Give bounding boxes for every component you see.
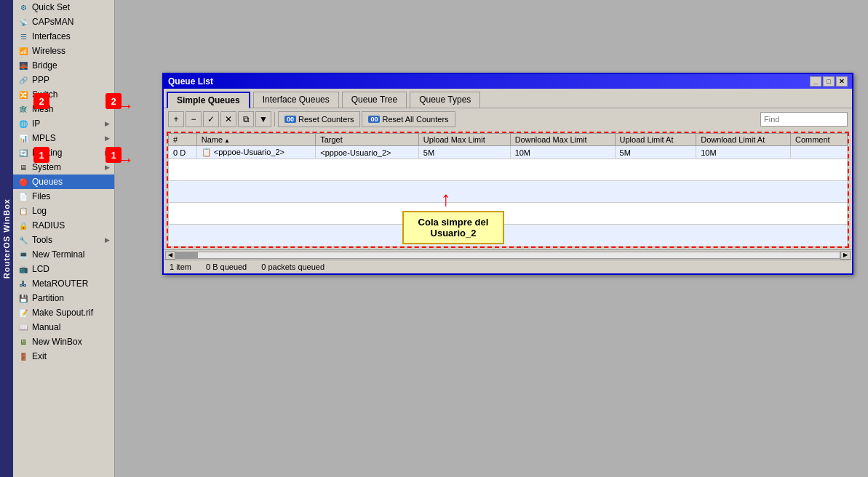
sidebar-item-ip[interactable]: 🌐 IP ▶ xyxy=(13,116,114,131)
tab-queue-tree[interactable]: Queue Tree xyxy=(342,92,407,108)
sidebar-item-ppp[interactable]: 🔗 PPP xyxy=(13,73,114,87)
sidebar-item-files[interactable]: 📄 Files xyxy=(13,189,114,204)
callout-text-line1: Cola simpre del xyxy=(411,217,495,228)
status-items: 1 item xyxy=(170,262,191,271)
scroll-thumb[interactable] xyxy=(176,252,198,258)
tab-simple-queues[interactable]: Simple Queues xyxy=(167,92,250,108)
col-target[interactable]: Target xyxy=(316,134,419,146)
arrow-2: → xyxy=(118,97,134,116)
sidebar-item-switch[interactable]: 🔀 Switch xyxy=(13,87,114,102)
scroll-track[interactable] xyxy=(175,252,840,259)
log-icon: 📋 xyxy=(17,205,29,217)
sidebar-item-new-terminal[interactable]: 💻 New Terminal xyxy=(13,247,114,262)
tab-queue-types[interactable]: Queue Types xyxy=(410,92,480,108)
table-row-empty xyxy=(169,159,848,181)
ppp-icon: 🔗 xyxy=(17,74,29,86)
cell-upload-limit: 5M xyxy=(615,146,696,159)
window-titlebar: Queue List _ □ ✕ xyxy=(164,74,852,89)
window-controls: _ □ ✕ xyxy=(810,76,848,87)
col-upload-max[interactable]: Upload Max Limit xyxy=(418,134,510,146)
remove-button[interactable]: − xyxy=(186,111,202,127)
sidebar-item-lcd[interactable]: 📺 LCD xyxy=(13,262,114,276)
tools-arrow: ▶ xyxy=(105,236,110,244)
annotation-badge-1: 1 xyxy=(33,147,49,163)
scroll-right-button[interactable]: ▶ xyxy=(840,251,851,260)
annotation-badge-2: 2 xyxy=(33,93,49,109)
reset-counters-badge: 00 xyxy=(284,116,296,123)
minimize-button[interactable]: _ xyxy=(810,76,821,87)
sidebar-item-interfaces[interactable]: ☰ Interfaces xyxy=(13,29,114,44)
reset-counters-button[interactable]: 00 Reset Counters xyxy=(278,111,360,127)
callout-box: Cola simpre del Usuario_2 xyxy=(402,211,504,244)
sort-arrow-name: ▲ xyxy=(224,137,230,144)
queue-icon: 📋 xyxy=(202,148,212,156)
sidebar-item-label: CAPsMAN xyxy=(32,17,110,27)
cell-upload-max: 5M xyxy=(418,146,510,159)
exit-icon: 🚪 xyxy=(17,350,29,362)
sidebar-item-manual[interactable]: 📖 Manual xyxy=(13,320,114,334)
callout-text-line2: Usuario_2 xyxy=(411,228,495,238)
sidebar-item-mpls[interactable]: 📊 MPLS ▶ xyxy=(13,131,114,145)
sidebar-item-label: RADIUS xyxy=(32,220,110,231)
table-row-empty xyxy=(169,225,848,246)
toolbar: + − ✓ ✕ ⧉ ▼ 00 Reset Counters 0 xyxy=(164,108,852,130)
callout-arrow-up: ↑ xyxy=(441,188,451,211)
sidebar-item-label: Make Supout.rif xyxy=(32,308,110,318)
disable-button[interactable]: ✕ xyxy=(220,111,236,127)
sidebar-item-label: Manual xyxy=(32,322,110,332)
queue-list-window: Queue List _ □ ✕ Simple Queues Interface… xyxy=(162,73,853,275)
partition-icon: 💾 xyxy=(17,292,29,304)
col-num: # xyxy=(169,134,197,146)
sidebar-item-log[interactable]: 📋 Log xyxy=(13,204,114,218)
tab-interface-queues[interactable]: Interface Queues xyxy=(253,92,339,108)
sidebar-item-mesh[interactable]: 🕸 Mesh xyxy=(13,102,114,116)
reset-all-label: Reset All Counters xyxy=(382,115,448,124)
reset-all-counters-button[interactable]: 00 Reset All Counters xyxy=(362,111,455,127)
sidebar-item-radius[interactable]: 🔒 RADIUS xyxy=(13,218,114,233)
enable-button[interactable]: ✓ xyxy=(203,111,219,127)
window-title: Queue List xyxy=(168,76,810,87)
switch-icon: 🔀 xyxy=(17,89,29,100)
filter-button[interactable]: ▼ xyxy=(255,111,271,127)
sidebar-item-label: PPP xyxy=(32,75,110,85)
sidebar-item-system[interactable]: 🖥 System ▶ xyxy=(13,160,114,175)
reset-all-badge: 00 xyxy=(368,116,380,123)
close-button[interactable]: ✕ xyxy=(836,76,848,87)
sidebar-item-partition[interactable]: 💾 Partition xyxy=(13,291,114,305)
add-button[interactable]: + xyxy=(168,111,184,127)
sidebar-item-new-winbox[interactable]: 🖥 New WinBox xyxy=(13,334,114,349)
sidebar-item-queues[interactable]: 🔴 Queues xyxy=(13,175,114,189)
horizontal-scrollbar[interactable]: ◀ ▶ xyxy=(164,249,852,260)
sidebar-item-label: Partition xyxy=(32,293,110,303)
sidebar-item-label: Queues xyxy=(32,177,110,187)
table-row-empty xyxy=(169,181,848,203)
table-scroll[interactable]: # Name▲ Target Upload Max Limit Download… xyxy=(168,133,848,246)
sidebar-item-label: Quick Set xyxy=(32,2,110,12)
col-download-max[interactable]: Download Max Limit xyxy=(510,134,615,146)
table-row[interactable]: 0 D 📋 <pppoe-Usuario_2> <pppoe-Usuario_2… xyxy=(169,146,848,159)
sidebar-item-make-supout[interactable]: 📝 Make Supout.rif xyxy=(13,305,114,320)
sidebar-item-capsman[interactable]: 📡 CAPsMAN xyxy=(13,15,114,29)
sidebar-item-label: Wireless xyxy=(32,46,110,56)
scroll-left-button[interactable]: ◀ xyxy=(165,251,175,260)
col-name[interactable]: Name▲ xyxy=(196,134,316,146)
sidebar-item-exit[interactable]: 🚪 Exit xyxy=(13,349,114,364)
sidebar-item-quick-set[interactable]: ⚙ Quick Set xyxy=(13,0,114,15)
col-upload-limit[interactable]: Upload Limit At xyxy=(615,134,696,146)
sidebar-item-label: System xyxy=(32,162,105,172)
sidebar-item-wireless[interactable]: 📶 Wireless xyxy=(13,44,114,58)
interfaces-icon: ☰ xyxy=(17,31,29,42)
find-input[interactable] xyxy=(760,112,848,127)
sidebar-item-tools[interactable]: 🔧 Tools ▶ xyxy=(13,233,114,247)
col-comment[interactable]: Comment xyxy=(790,134,847,146)
sidebar-item-meta-router[interactable]: 🖧 MetaROUTER xyxy=(13,276,114,291)
cell-download-max: 10M xyxy=(510,146,615,159)
system-icon: 🖥 xyxy=(17,161,29,173)
sidebar-item-routing[interactable]: 🔄 Routing ▶ xyxy=(13,145,114,160)
tab-bar: Simple Queues Interface Queues Queue Tre… xyxy=(164,89,852,108)
maximize-button[interactable]: □ xyxy=(823,76,835,87)
copy-button[interactable]: ⧉ xyxy=(238,111,254,127)
sidebar-item-bridge[interactable]: 🌉 Bridge xyxy=(13,58,114,73)
main-content: Queue List _ □ ✕ Simple Queues Interface… xyxy=(115,0,868,477)
col-download-limit[interactable]: Download Limit At xyxy=(696,134,791,146)
